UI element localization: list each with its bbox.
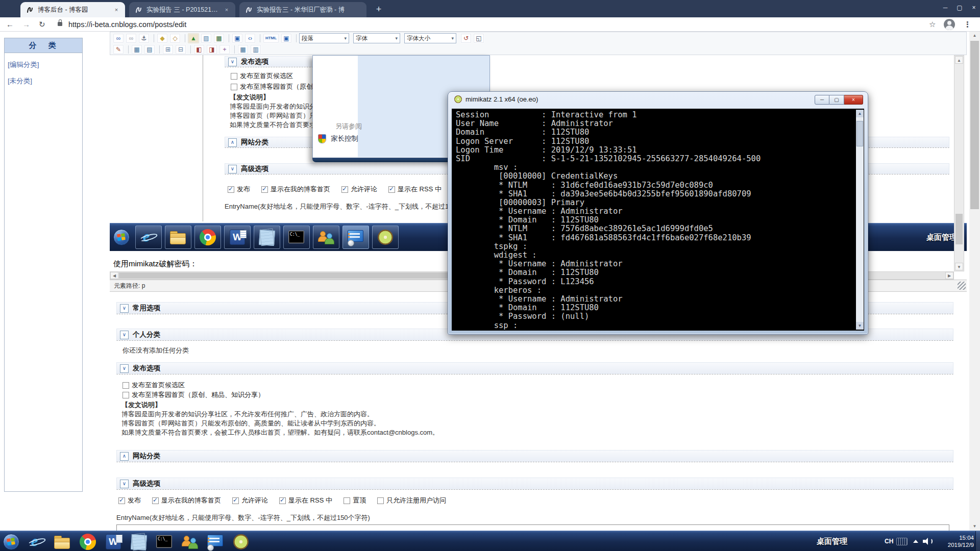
scroll-up-icon[interactable]: ▲ bbox=[955, 56, 963, 64]
reload-icon[interactable]: ↻ bbox=[39, 17, 45, 32]
taskbar-word-icon[interactable]: W bbox=[102, 532, 125, 551]
insert-tree-image-icon[interactable]: ▲ bbox=[188, 33, 199, 43]
html-source-icon[interactable]: HTML bbox=[263, 33, 279, 43]
insert-media-icon[interactable]: ▦ bbox=[213, 33, 225, 43]
taskbar-mimikatz-icon[interactable] bbox=[229, 532, 253, 551]
site-category-header[interactable]: ∧ 网站分类 bbox=[116, 450, 953, 462]
scroll-left-icon[interactable]: ◀ bbox=[110, 272, 118, 279]
taskbar-cmd-icon[interactable]: C:\_ bbox=[153, 532, 176, 551]
paste-code-icon[interactable]: ‹› bbox=[244, 33, 256, 43]
clean-format-icon[interactable]: ◆ bbox=[157, 33, 168, 43]
font-select[interactable]: 字体 ▾ bbox=[353, 33, 400, 43]
tab-report-1[interactable]: 实验报告 三 - P201521440022 × bbox=[129, 2, 235, 17]
anchor-icon[interactable]: ⚓ bbox=[138, 33, 150, 43]
insert-col-after-icon[interactable]: ◨ bbox=[206, 44, 217, 55]
scroll-up-icon[interactable]: ▲ bbox=[970, 32, 979, 40]
collapse-icon[interactable]: ∨ bbox=[120, 480, 129, 488]
editor-vscrollbar[interactable]: ▲ ▼ bbox=[954, 55, 964, 271]
tab-blog-admin[interactable]: 博客后台 - 博客园 × bbox=[20, 2, 125, 17]
unlink-icon[interactable]: ∞ bbox=[126, 33, 137, 43]
tab-report-2[interactable]: 实验报告三 - 米华旧厂密泐 - 博 bbox=[239, 2, 366, 17]
insert-row-icon[interactable]: ⊞ bbox=[162, 44, 174, 55]
checkbox[interactable] bbox=[122, 382, 129, 389]
taskbar-classroom-tool-icon[interactable] bbox=[204, 532, 227, 551]
tray-show-hidden-icons[interactable] bbox=[913, 531, 918, 551]
show-desktop-button[interactable] bbox=[975, 531, 980, 551]
console-close-button[interactable]: × bbox=[844, 95, 863, 105]
checkbox-label: 发布 bbox=[128, 496, 141, 505]
scroll-down-icon[interactable]: ▼ bbox=[970, 522, 979, 531]
window-minimize-button[interactable]: ─ bbox=[938, 0, 952, 15]
scrollbar-thumb[interactable] bbox=[955, 214, 963, 244]
mimikatz-titlebar[interactable]: mimikatz 2.1 x64 (oe.eo) bbox=[454, 95, 538, 103]
fullscreen-icon[interactable]: ◱ bbox=[473, 33, 484, 43]
collapse-icon[interactable]: ∨ bbox=[120, 304, 129, 313]
collapse-icon[interactable]: ∨ bbox=[120, 364, 129, 373]
scroll-up-icon[interactable]: ▲ bbox=[856, 110, 864, 117]
scrollbar-thumb[interactable] bbox=[970, 41, 979, 209]
checkbox[interactable] bbox=[152, 497, 159, 504]
checkbox[interactable] bbox=[279, 497, 286, 504]
paragraph-select[interactable]: 段落 ▾ bbox=[299, 33, 349, 43]
window-maximize-button[interactable]: ▢ bbox=[952, 0, 967, 15]
merge-cells-icon[interactable]: + bbox=[219, 44, 230, 55]
grid-alt-icon[interactable]: ▥ bbox=[250, 44, 261, 55]
url-field[interactable]: https://i-beta.cnblogs.com/posts/edit bbox=[68, 17, 186, 32]
insert-col-before-icon[interactable]: ◧ bbox=[193, 44, 205, 55]
taskbar-user-accounts-icon[interactable] bbox=[178, 532, 202, 551]
window-close-button[interactable]: × bbox=[967, 0, 980, 15]
scrollbar-thumb[interactable] bbox=[856, 121, 863, 146]
scroll-right-icon[interactable]: ▶ bbox=[945, 272, 953, 279]
checkbox[interactable] bbox=[344, 497, 350, 504]
edit-pencil-icon[interactable]: ✎ bbox=[113, 44, 124, 55]
checkbox[interactable] bbox=[122, 392, 129, 398]
taskbar-explorer-icon[interactable] bbox=[51, 532, 74, 551]
bookmark-star-icon[interactable]: ☆ bbox=[929, 17, 936, 32]
delete-row-icon[interactable]: ⊟ bbox=[175, 44, 186, 55]
console-vscrollbar[interactable]: ▲ ▼ bbox=[856, 110, 864, 330]
checkbox[interactable] bbox=[377, 497, 384, 504]
section-title: 网站分类 bbox=[241, 138, 268, 147]
scroll-down-icon[interactable]: ▼ bbox=[955, 263, 963, 270]
tab-close-icon[interactable]: × bbox=[223, 7, 230, 13]
editor-caption-text[interactable]: 使用mimikatz破解密码： bbox=[113, 259, 197, 269]
taskbar-chrome-icon[interactable] bbox=[76, 532, 100, 551]
new-tab-button[interactable]: + bbox=[373, 3, 385, 15]
checkbox[interactable] bbox=[232, 497, 239, 504]
undo-icon[interactable]: ↺ bbox=[460, 33, 472, 43]
taskbar-notepad-icon[interactable] bbox=[127, 532, 151, 551]
advanced-options-header[interactable]: ∨ 高级选项 bbox=[116, 478, 953, 490]
console-minimize-button[interactable]: ─ bbox=[815, 95, 829, 105]
browser-vscrollbar[interactable]: ▲ ▼ bbox=[969, 32, 980, 531]
collapse-icon[interactable]: ∧ bbox=[120, 452, 129, 461]
scroll-down-icon[interactable]: ▼ bbox=[856, 322, 864, 330]
table-props-icon[interactable]: ▤ bbox=[144, 44, 155, 55]
sidebar-item-uncategorized[interactable]: [未分类] bbox=[8, 77, 82, 86]
grid-icon[interactable]: ▦ bbox=[237, 44, 249, 55]
forward-icon[interactable]: → bbox=[22, 17, 30, 32]
keyboard-layout-icon[interactable] bbox=[896, 531, 908, 551]
volume-icon[interactable] bbox=[923, 531, 933, 551]
preview-icon[interactable]: ▣ bbox=[281, 33, 292, 43]
taskbar-clock[interactable]: 15:04 2019/12/9 bbox=[939, 534, 974, 551]
checkbox[interactable] bbox=[118, 497, 125, 504]
console-maximize-button[interactable]: ▢ bbox=[829, 95, 844, 105]
input-language-indicator[interactable]: CH bbox=[885, 531, 893, 551]
sidebar-item-edit-category[interactable]: [编辑分类] bbox=[8, 60, 82, 69]
table-icon[interactable]: ▦ bbox=[131, 44, 142, 55]
browser-menu-icon[interactable]: ⋮ bbox=[964, 17, 971, 32]
taskbar-ie-icon[interactable]: e bbox=[25, 532, 48, 551]
publish-options-header[interactable]: ∨ 发布选项 bbox=[116, 362, 953, 374]
insert-image-icon[interactable]: ▨ bbox=[201, 33, 212, 43]
link-icon[interactable]: ∞ bbox=[113, 33, 124, 43]
profile-avatar[interactable] bbox=[944, 19, 955, 30]
tab-close-icon[interactable]: × bbox=[113, 7, 120, 13]
paste-word-icon[interactable]: ▣ bbox=[232, 33, 243, 43]
resize-grip[interactable] bbox=[958, 282, 966, 290]
back-icon[interactable]: ← bbox=[6, 17, 14, 32]
start-button[interactable] bbox=[3, 533, 20, 550]
mimikatz-window[interactable]: mimikatz 2.1 x64 (oe.eo) ─ ▢ × Session :… bbox=[448, 91, 868, 335]
fontsize-select[interactable]: 字体大小 ▾ bbox=[404, 33, 456, 43]
eraser-icon[interactable]: ◇ bbox=[169, 33, 181, 43]
collapse-icon[interactable]: ∨ bbox=[120, 331, 129, 339]
